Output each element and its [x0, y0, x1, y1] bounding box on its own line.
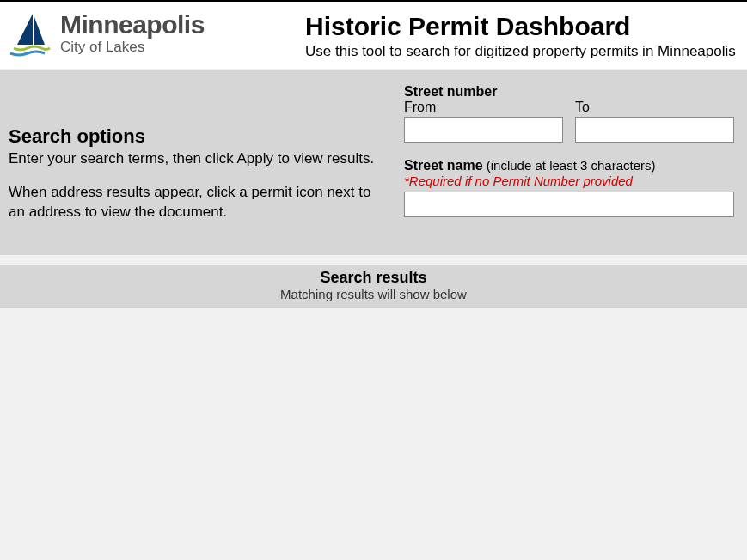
- street-number-label: Street number: [404, 84, 738, 100]
- results-panel: Search results Matching results will sho…: [0, 265, 747, 308]
- page-title: Historic Permit Dashboard: [305, 12, 738, 41]
- street-number-group: Street number From To: [404, 84, 738, 143]
- sailboat-logo-icon: [9, 12, 52, 60]
- results-subtitle: Matching results will show below: [0, 287, 747, 301]
- page-subtitle: Use this tool to search for digitized pr…: [305, 43, 738, 60]
- search-options-line1: Enter your search terms, then click Appl…: [9, 149, 387, 169]
- title-block: Historic Permit Dashboard Use this tool …: [305, 12, 738, 60]
- street-name-label: Street name: [404, 158, 483, 173]
- header: Minneapolis City of Lakes Historic Permi…: [0, 0, 747, 69]
- logo-text: Minneapolis City of Lakes: [60, 12, 205, 54]
- to-label: To: [575, 100, 734, 115]
- street-number-from-input[interactable]: [404, 117, 563, 143]
- from-label: From: [404, 100, 563, 115]
- logo-tagline: City of Lakes: [60, 40, 205, 54]
- search-options-title: Search options: [9, 125, 387, 148]
- logo-block: Minneapolis City of Lakes: [9, 12, 297, 60]
- required-note: *Required if no Permit Number provided: [404, 173, 738, 188]
- street-name-group: Street name (include at least 3 characte…: [404, 158, 738, 217]
- search-options-line2: When address results appear, click a per…: [9, 183, 387, 222]
- search-options-text: Enter your search terms, then click Appl…: [9, 149, 387, 222]
- search-fields: Street number From To Street name (inclu…: [404, 84, 738, 236]
- street-name-hint: (include at least 3 characters): [483, 158, 656, 173]
- street-number-to-input[interactable]: [575, 117, 734, 143]
- results-title: Search results: [0, 269, 747, 287]
- search-options: Search options Enter your search terms, …: [9, 84, 387, 236]
- logo-city-name: Minneapolis: [60, 12, 205, 38]
- search-panel: Search options Enter your search terms, …: [0, 70, 747, 255]
- street-name-input[interactable]: [404, 192, 734, 217]
